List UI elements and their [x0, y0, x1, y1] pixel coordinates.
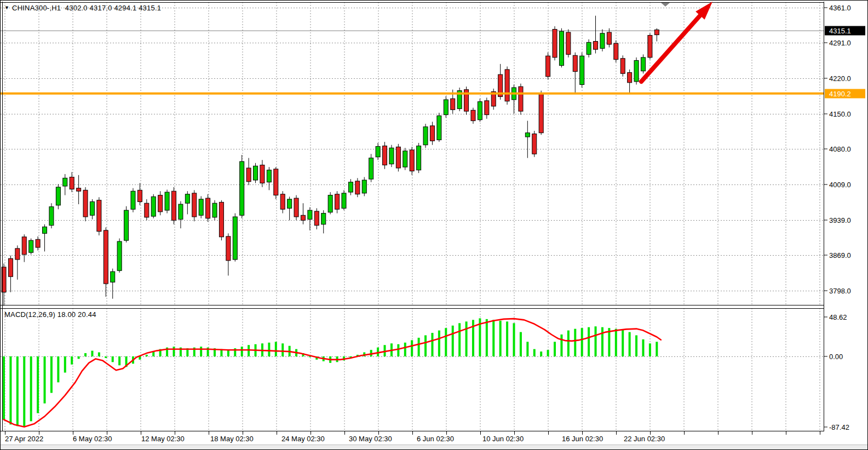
time-tick-mark [548, 431, 549, 435]
price-tick-label: 4361.0 [829, 4, 851, 12]
symbol-ohlc-label: ▼CHINA300-,H1 4302.0 4317.0 4294.1 4315.… [4, 4, 161, 12]
time-axis-label: 10 Jun 02:30 [482, 435, 524, 443]
macd-bar [30, 356, 32, 421]
macd-bar [227, 350, 229, 356]
macd-bar [23, 356, 25, 427]
macd-bar [560, 334, 562, 356]
macd-bar [57, 356, 59, 382]
bull-candle [559, 31, 564, 65]
price-tick-label: 3798.0 [829, 287, 851, 295]
axis-tick-mark [824, 356, 827, 357]
bear-candle [137, 190, 142, 201]
axis-tick-mark [824, 114, 827, 114]
macd-bar [50, 356, 53, 393]
bull-candle [111, 272, 115, 282]
time-axis-label: 6 Jun 02:30 [417, 435, 454, 443]
macd-bar [37, 356, 39, 413]
macd-bar [71, 356, 73, 365]
price-tick-label: 4009.0 [829, 181, 851, 189]
macd-bar [486, 319, 488, 356]
bear-candle [77, 188, 81, 192]
bull-candle [254, 166, 258, 180]
chart-window: ▼CHINA300-,H1 4302.0 4317.0 4294.1 4315.… [0, 0, 868, 450]
bull-candle [348, 182, 353, 192]
time-axis-label: 18 May 02:30 [210, 435, 254, 443]
macd-bar [656, 342, 658, 356]
macd-bar [649, 343, 651, 356]
bear-candle [654, 30, 659, 34]
macd-bar [404, 343, 406, 356]
price-tick-label: 4080.0 [829, 145, 851, 153]
bear-candle [355, 181, 360, 194]
bear-candle [219, 202, 223, 236]
bull-candle [212, 203, 217, 217]
macd-bar [642, 339, 644, 356]
bear-candle [15, 249, 20, 259]
bull-candle [63, 178, 67, 186]
time-tick-mark [616, 431, 617, 435]
macd-bar [588, 327, 590, 356]
chart-shift-marker-icon[interactable] [661, 3, 670, 7]
macd-bar [84, 353, 87, 356]
axis-tick-mark [824, 43, 827, 43]
bear-candle [83, 190, 88, 217]
macd-bar [118, 356, 120, 365]
bear-candle [532, 134, 537, 154]
macd-bar [98, 353, 100, 356]
bear-candle [280, 194, 285, 210]
macd-bar [241, 347, 243, 356]
bull-candle [580, 56, 584, 84]
bull-candle [342, 193, 346, 209]
time-tick-mark [412, 431, 413, 435]
macd-bar [105, 356, 107, 358]
macd-bar [309, 356, 311, 357]
price-tick-label: 3869.0 [829, 251, 851, 259]
bull-candle [308, 210, 312, 220]
bull-candle [321, 214, 326, 224]
macd-bar [547, 350, 549, 356]
bear-candle [383, 146, 387, 165]
macd-bar [16, 356, 19, 426]
price-tick-label: 4150.0 [829, 110, 851, 118]
bear-candle [274, 169, 278, 195]
macd-bar [554, 342, 556, 356]
time-axis[interactable]: 27 Apr 20226 May 02:3012 May 02:3018 May… [1, 431, 868, 445]
window-left-edge [2, 2, 3, 431]
bear-candle [594, 42, 598, 50]
symbol-dropdown-icon[interactable]: ▼ [4, 5, 9, 10]
bear-candle [546, 56, 550, 77]
bull-candle [117, 241, 122, 270]
macd-bar [526, 342, 528, 356]
macd-bar [540, 351, 542, 356]
macd-bar [64, 356, 66, 373]
axis-tick-mark [824, 184, 827, 185]
macd-bar [445, 328, 447, 356]
macd-bar [452, 326, 454, 356]
bear-candle [573, 55, 577, 71]
price-tick-label: 3939.0 [829, 216, 851, 224]
bull-candle [49, 207, 54, 226]
price-axis[interactable]: 4361.04291.04220.04150.04080.04009.03939… [824, 1, 868, 431]
bull-candle [417, 146, 421, 170]
time-tick-mark [684, 431, 685, 435]
bull-candle [267, 170, 271, 182]
macd-bar [248, 345, 250, 356]
macd-bar [281, 343, 284, 356]
time-tick-mark [480, 431, 481, 435]
bear-candle [335, 194, 340, 210]
bear-candle [396, 147, 400, 168]
current-price-tag: 4315.1 [825, 26, 865, 36]
macd-bar [492, 320, 495, 356]
macd-indicator-label: MACD(12,26,9) 18.00 20.44 [4, 310, 96, 319]
macd-bar [200, 347, 202, 356]
axis-tick-mark [824, 427, 827, 428]
bull-candle [641, 57, 645, 71]
macd-tick-label: 48.62 [829, 313, 847, 321]
macd-bar [411, 340, 413, 356]
macd-bar [418, 338, 420, 356]
time-axis-label: 16 Jun 02:30 [562, 435, 603, 443]
time-tick-mark [820, 431, 820, 435]
bear-candle [566, 32, 571, 54]
symbol-period-text: CHINA300-,H1 [12, 4, 61, 12]
chart-canvas[interactable] [1, 1, 824, 431]
